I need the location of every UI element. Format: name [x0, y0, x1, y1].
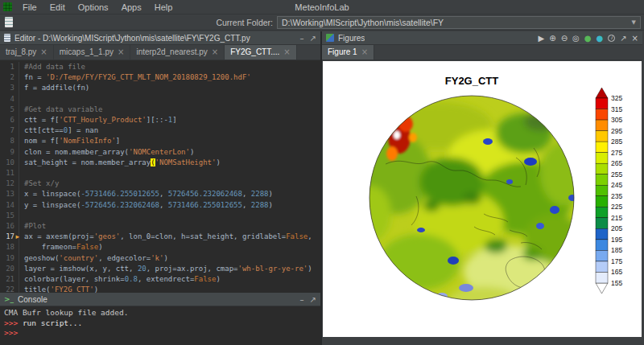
- float-icon[interactable]: ↗: [620, 34, 626, 43]
- editor-tab-interp2d-nearest-py[interactable]: interp2d_nearest.py×: [130, 45, 225, 60]
- figure-canvas[interactable]: FY2G_CTT: [323, 61, 642, 337]
- colorbar-extend-high: [596, 88, 608, 98]
- figures-title: Figures: [338, 34, 365, 43]
- code-line[interactable]: 9clon = nom.member_array('NOMCenterLon'): [0, 147, 320, 158]
- blue-dot-icon[interactable]: ●: [596, 34, 603, 43]
- code-line[interactable]: 10sat_height = nom.member_array('NOMSatH…: [0, 158, 320, 168]
- code-line[interactable]: 20layer = imshow(x, y, ctt, 20, proj=ax.…: [0, 264, 320, 274]
- current-folder-combo[interactable]: D:\Working\MIScript\Jython\mis\satellite…: [277, 16, 641, 29]
- line-number: 15: [0, 211, 19, 221]
- menu-help[interactable]: Help: [148, 2, 180, 13]
- editor-tab-traj-8-py[interactable]: traj_8.py×: [0, 45, 54, 60]
- colorbar-segment: [596, 131, 608, 142]
- editor-title: Editor - D:\Working\MIScript\Jython\mis\…: [14, 34, 250, 43]
- figure-toolbar: ▶⊕⊖◎●●i↗×: [539, 34, 638, 43]
- minimize-icon[interactable]: –: [300, 34, 304, 43]
- colorbar-tick: 175: [611, 257, 622, 265]
- code-line[interactable]: 1#Add data file: [0, 62, 320, 72]
- code-line[interactable]: 7ctt[ctt==0] = nan: [0, 125, 320, 136]
- editor-tabbar: traj_8.py×micaps_1_1.py×interp2d_nearest…: [0, 45, 320, 60]
- colorbar-segment: [596, 153, 608, 164]
- code-line[interactable]: 3f = addfile(fn): [0, 83, 320, 93]
- tab-label: interp2d_nearest.py: [136, 47, 207, 56]
- menu-file[interactable]: File: [16, 2, 43, 13]
- tab-label: traj_8.py: [6, 47, 36, 56]
- colorbar-tick: 205: [611, 224, 622, 232]
- tab-label: micaps_1_1.py: [60, 47, 114, 56]
- line-number: 19: [0, 253, 19, 264]
- close-icon[interactable]: ×: [632, 34, 638, 43]
- code-line[interactable]: 4: [0, 94, 320, 105]
- code-line[interactable]: 21colorbar(layer, shrink=0.8, extendrect…: [0, 274, 320, 285]
- code-line[interactable]: 2fn = 'D:/Temp/FY/FY2G_CTT_MLT_NOM_20180…: [0, 72, 320, 83]
- line-number: 18: [0, 242, 19, 253]
- menu-apps[interactable]: Apps: [115, 2, 148, 13]
- editor-tab-micaps-1-1-py[interactable]: micaps_1_1.py×: [54, 45, 131, 60]
- code-lines: 1#Add data file2fn = 'D:/Temp/FY/FY2G_CT…: [0, 62, 320, 293]
- colorbar-tick: 235: [611, 192, 622, 200]
- code-text: #Set x/y: [24, 179, 59, 189]
- code-text: frameon=False): [24, 242, 103, 253]
- code-line[interactable]: 8nom = f['NomFileInfo']: [0, 136, 320, 146]
- tab-close-icon[interactable]: ×: [361, 48, 368, 56]
- line-number: 7: [0, 125, 19, 136]
- figures-titlebar: Figures ▶⊕⊖◎●●i↗×: [322, 31, 642, 45]
- code-line[interactable]: 5#Get data variable: [0, 105, 320, 115]
- app-title: MeteoInfoLab: [295, 2, 349, 12]
- code-line[interactable]: 16#Plot: [0, 221, 320, 232]
- menu-options[interactable]: Options: [72, 2, 115, 13]
- float-icon[interactable]: ↗: [310, 34, 316, 43]
- zoom-in-icon[interactable]: ⊕: [549, 34, 555, 43]
- code-editor[interactable]: 1#Add data file2fn = 'D:/Temp/FY/FY2G_CT…: [0, 60, 320, 293]
- terminal-icon: >_: [4, 295, 14, 303]
- tab-label: FY2G_CTT....: [230, 47, 279, 56]
- console-output[interactable]: CMA Bufr lookup file added.>>> run scrip…: [0, 306, 320, 345]
- tab-label: Figure 1: [328, 47, 357, 56]
- script-icon[interactable]: [5, 17, 13, 27]
- colorbar-segment: [596, 240, 608, 251]
- code-line[interactable]: 17▸ax = axesm(proj='geos', lon_0=clon, h…: [0, 232, 320, 242]
- minimize-icon[interactable]: –: [300, 295, 304, 304]
- green-dot-icon[interactable]: ●: [584, 34, 592, 43]
- code-text: geoshow('country', edgecolor='k'): [24, 253, 168, 264]
- colorbar-tick: 325: [611, 94, 622, 102]
- code-line[interactable]: 12#Set x/y: [0, 179, 320, 189]
- line-number: 22: [0, 285, 19, 293]
- code-line[interactable]: 13x = linspace(-5731466.255012655, 57264…: [0, 189, 320, 199]
- code-line[interactable]: 22title('FY2G_CTT'): [0, 285, 320, 293]
- colorbar-tick: 245: [611, 181, 622, 189]
- editor-tab-fy2g-ctt-[interactable]: FY2G_CTT....×: [225, 45, 297, 60]
- info-icon[interactable]: i: [608, 35, 615, 42]
- tab-close-icon[interactable]: ×: [212, 48, 218, 56]
- full-extent-icon[interactable]: ◎: [572, 34, 580, 43]
- code-line[interactable]: 6ctt = f['CTT_Hourly_Product'][::-1]: [0, 115, 320, 125]
- colorbar-tick: 275: [611, 149, 622, 157]
- float-icon[interactable]: ↗: [310, 295, 316, 304]
- tab-close-icon[interactable]: ×: [118, 48, 124, 56]
- code-text: sat_height = nom.member_array('NOMSatHei…: [24, 158, 221, 168]
- code-line[interactable]: 11: [0, 168, 320, 179]
- console-line: >>> run script...: [4, 318, 320, 329]
- line-number: 16: [0, 221, 19, 232]
- code-line[interactable]: 18 frameon=False): [0, 242, 320, 253]
- select-tool-icon[interactable]: ▶: [539, 34, 545, 43]
- editor-panel: Editor - D:\Working\MIScript\Jython\mis\…: [0, 31, 322, 345]
- satellite-disk: [351, 96, 588, 318]
- code-line[interactable]: 15: [0, 211, 320, 221]
- colorbar-segment: [596, 218, 608, 229]
- figure-tab-figure-1[interactable]: Figure 1×: [322, 45, 374, 60]
- colorbar-tick: 195: [611, 236, 622, 244]
- tab-close-icon[interactable]: ×: [40, 48, 47, 56]
- code-text: title('FY2G_CTT'): [24, 285, 98, 293]
- chart-icon: [326, 34, 334, 42]
- menu-edit[interactable]: Edit: [43, 2, 72, 13]
- line-number: 21: [0, 274, 19, 285]
- tab-close-icon[interactable]: ×: [283, 48, 290, 56]
- colorbar-segment: [596, 175, 608, 186]
- code-line[interactable]: 14y = linspace(-5726456.232062468, 57314…: [0, 200, 320, 211]
- code-line[interactable]: 19geoshow('country', edgecolor='k'): [0, 253, 320, 264]
- line-number: 11: [0, 168, 19, 179]
- line-number: 10: [0, 158, 19, 168]
- chevron-down-icon[interactable]: ▼: [632, 19, 636, 26]
- zoom-out-icon[interactable]: ⊖: [561, 34, 568, 43]
